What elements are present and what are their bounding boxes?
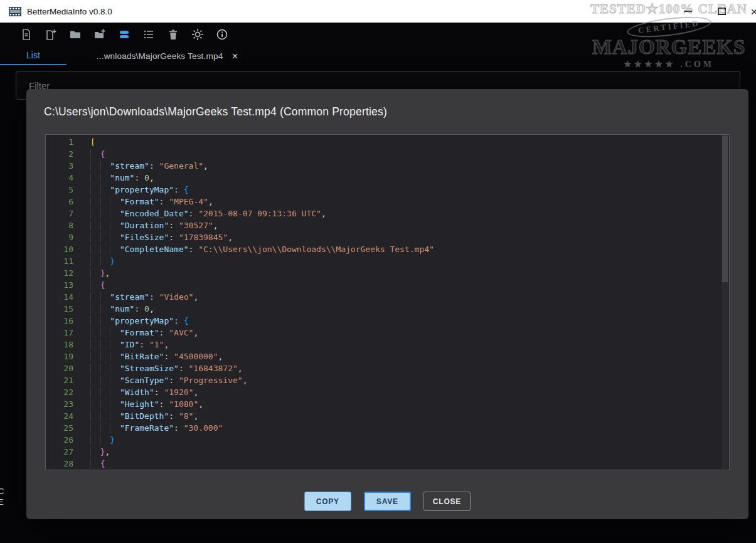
tab-list-label: List <box>26 50 40 60</box>
code-line: 3 "stream": "General", <box>46 160 729 172</box>
code-text: "num": 0, <box>73 172 154 184</box>
code-line: 15 "num": 0, <box>46 303 729 315</box>
line-number: 5 <box>46 184 73 196</box>
json-editor[interactable]: 1[2 {3 "stream": "General",4 "num": 0,5 … <box>45 134 730 470</box>
close-button[interactable]: CLOSE <box>423 492 471 511</box>
code-text: } <box>73 255 115 267</box>
code-text: { <box>73 458 105 470</box>
code-text: "ID": "1", <box>73 339 169 351</box>
code-text: "Format": "AVC", <box>73 327 198 339</box>
maximize-button[interactable] <box>711 0 732 23</box>
code-text: }, <box>73 446 110 458</box>
line-number: 2 <box>46 148 73 160</box>
code-text: "stream": "Video", <box>73 291 198 303</box>
close-window-button[interactable]: × <box>743 0 756 23</box>
gear-icon[interactable] <box>190 26 205 43</box>
rows-view-icon[interactable] <box>117 26 132 43</box>
properties-dialog: C:\Users\jon\Downloads\MajorGeeks Test.m… <box>26 89 748 519</box>
code-line: 1[ <box>46 136 729 148</box>
code-text: "Width": "1920", <box>73 386 198 398</box>
close-window-icon: × <box>750 6 756 18</box>
code-text: "FrameRate": "30.000" <box>73 422 223 434</box>
info-icon[interactable] <box>215 26 230 43</box>
code-text: "propertyMap": { <box>73 315 189 327</box>
minimize-button[interactable] <box>677 0 698 23</box>
toolbar <box>19 26 230 43</box>
line-number: 24 <box>46 410 73 422</box>
line-number: 16 <box>46 315 73 327</box>
code-line: 10 "CompleteName": "C:\\Users\\jon\\Down… <box>46 243 729 255</box>
line-number: 27 <box>46 446 73 458</box>
code-line: 26 } <box>46 434 729 446</box>
dialog-title: C:\Users\jon\Downloads\MajorGeeks Test.m… <box>44 105 387 119</box>
tab-close-icon[interactable]: × <box>232 51 238 61</box>
code-text: "num": 0, <box>73 303 154 315</box>
code-text: "CompleteName": "C:\\Users\\jon\\Downloa… <box>73 243 434 255</box>
line-number: 10 <box>46 243 73 255</box>
save-button[interactable]: SAVE <box>364 492 411 511</box>
line-number: 6 <box>46 196 73 208</box>
line-number: 19 <box>46 351 73 362</box>
code-text: "Encoded_Date": "2015-08-07 09:13:36 UTC… <box>73 208 326 219</box>
code-line: 20 "StreamSize": "16843872", <box>46 362 729 374</box>
code-line: 2 { <box>46 148 729 160</box>
code-line: 8 "Duration": "30527", <box>46 219 729 231</box>
background-text-fragment: C <box>0 487 4 496</box>
tab-file[interactable]: ...wnloads\MajorGeeks Test.mp4 × <box>84 46 251 65</box>
code-text: "Format": "MPEG-4", <box>73 196 213 208</box>
line-number: 18 <box>46 339 73 351</box>
folder-icon[interactable] <box>68 26 83 43</box>
line-number: 15 <box>46 303 73 315</box>
code-text: [ <box>73 136 95 148</box>
code-text: "BitDepth": "8", <box>73 410 198 422</box>
code-text: } <box>73 434 115 446</box>
copy-button[interactable]: COPY <box>304 492 351 511</box>
code-line: 7 "Encoded_Date": "2015-08-07 09:13:36 U… <box>46 208 729 219</box>
list-view-icon[interactable] <box>141 26 156 43</box>
app-window: BetterMediaInfo v0.8.0 × TESTED★100% CLE… <box>0 0 756 543</box>
code-line: 6 "Format": "MPEG-4", <box>46 196 729 208</box>
code-line: 24 "BitDepth": "8", <box>46 410 729 422</box>
code-line: 5 "propertyMap": { <box>46 184 729 196</box>
file-icon[interactable] <box>19 26 34 43</box>
trash-icon[interactable] <box>166 26 181 43</box>
code-line: 28 { <box>46 458 729 470</box>
code-line: 17 "Format": "AVC", <box>46 327 729 339</box>
code-line: 27 }, <box>46 446 729 458</box>
dialog-button-row: COPY SAVE CLOSE <box>26 492 748 511</box>
code-text: }, <box>73 267 110 279</box>
code-text: "FileSize": "17839845", <box>73 231 233 243</box>
minimize-icon <box>684 11 692 12</box>
editor-scrollbar[interactable] <box>721 135 728 469</box>
code-text: { <box>73 148 105 160</box>
line-number: 8 <box>46 219 73 231</box>
file-add-icon[interactable] <box>43 26 58 43</box>
code-line: 19 "BitRate": "4500000", <box>46 351 729 362</box>
line-number: 28 <box>46 458 73 470</box>
code-text: "Duration": "30527", <box>73 219 218 231</box>
code-text: "stream": "General", <box>73 160 208 172</box>
maximize-icon <box>718 8 726 15</box>
window-title: BetterMediaInfo v0.8.0 <box>27 7 112 16</box>
line-number: 23 <box>46 398 73 410</box>
code-text: "StreamSize": "16843872", <box>73 362 243 374</box>
line-number: 13 <box>46 279 73 291</box>
code-text: "Height": "1080", <box>73 398 203 410</box>
line-number: 14 <box>46 291 73 303</box>
code-line: 21 "ScanType": "Progressive", <box>46 374 729 386</box>
app-icon <box>9 7 21 16</box>
folder-add-icon[interactable] <box>92 26 107 43</box>
line-number: 7 <box>46 208 73 219</box>
title-bar: BetterMediaInfo v0.8.0 × <box>0 0 756 23</box>
tab-list[interactable]: List <box>0 46 67 65</box>
line-number: 12 <box>46 267 73 279</box>
editor-scrollbar-thumb[interactable] <box>722 135 728 282</box>
code-text: "BitRate": "4500000", <box>73 351 223 362</box>
line-number: 11 <box>46 255 73 267</box>
code-line: 18 "ID": "1", <box>46 339 729 351</box>
code-line: 12 }, <box>46 267 729 279</box>
line-number: 21 <box>46 374 73 386</box>
code-line: 14 "stream": "Video", <box>46 291 729 303</box>
code-text: "propertyMap": { <box>73 184 189 196</box>
background-text-fragment: E <box>0 497 4 507</box>
